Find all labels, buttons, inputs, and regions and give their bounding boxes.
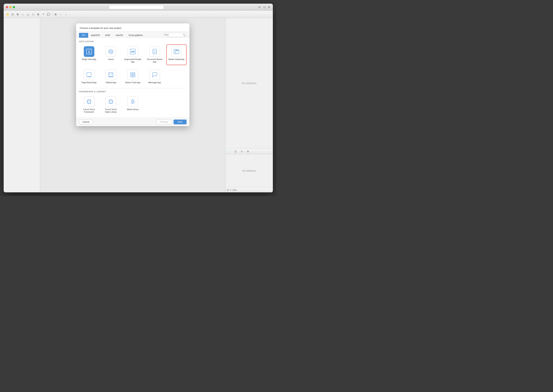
template-ar[interactable]: AR Augmented Reality App xyxy=(123,44,143,65)
dialog-body: Application 1 Single View App xyxy=(76,38,189,118)
file-icon[interactable]: 📄 xyxy=(227,149,231,154)
master-detail-icon xyxy=(171,46,182,57)
table-icon[interactable]: ⊞ xyxy=(36,12,40,16)
application-section-label: Application xyxy=(79,40,187,42)
template-grid-framework: Cocoa Touch Framework xyxy=(79,95,187,115)
tab-ios[interactable]: iOS xyxy=(79,33,88,38)
sticker-pack-label: Sticker Pack App xyxy=(125,81,140,84)
svg-rect-15 xyxy=(174,52,175,53)
traffic-lights xyxy=(6,6,15,8)
game-label: Game xyxy=(108,58,113,61)
svg-rect-14 xyxy=(174,51,175,52)
no-selection-text: No Selection xyxy=(225,18,273,148)
title-search-bar[interactable] xyxy=(109,5,164,9)
sidebar-toggle-icon[interactable]: ⊟ xyxy=(258,6,261,9)
svg-point-4 xyxy=(111,50,112,51)
close-button[interactable] xyxy=(6,6,8,8)
filter-icon: 🔍 xyxy=(183,34,185,36)
content-area: Choose a template for your new project: … xyxy=(4,18,273,192)
template-page-based[interactable]: Page-Based App xyxy=(79,68,99,85)
circle-icon[interactable]: ⊙ xyxy=(240,149,244,154)
template-grid-row2: Page-Based App • • xyxy=(79,68,187,85)
template-game[interactable]: Game xyxy=(101,44,121,65)
template-cocoa-framework[interactable]: Cocoa Touch Framework xyxy=(79,95,99,115)
template-imessage[interactable]: iMessage App xyxy=(145,68,165,85)
comment-icon[interactable]: 💬 xyxy=(46,12,50,16)
titlebar-right: ⊟ ◫ ⊞ xyxy=(258,6,271,9)
titlebar: ⊟ ◫ ⊞ xyxy=(4,4,273,11)
next-button[interactable]: Next xyxy=(174,119,187,124)
stop-icon[interactable]: ⊡ xyxy=(11,12,15,16)
search-icon[interactable]: ⌕ xyxy=(21,12,25,16)
svg-rect-12 xyxy=(176,50,178,51)
code-icon[interactable]: {} xyxy=(233,149,238,154)
tab-crossplatform[interactable]: Cross-platform xyxy=(126,33,146,38)
imessage-icon xyxy=(149,70,160,80)
columns-icon[interactable]: ⊟ xyxy=(246,149,250,154)
cocoa-framework-label: Cocoa Touch Framework xyxy=(80,108,98,113)
cocoa-static-icon xyxy=(105,96,116,107)
filter-circle-icon: ⊙ xyxy=(230,189,231,191)
tab-macos[interactable]: macOS xyxy=(113,33,126,38)
link-icon[interactable]: ⌖ xyxy=(41,12,45,16)
minimize-button[interactable] xyxy=(9,6,12,8)
maximize-button[interactable] xyxy=(13,6,15,8)
tabs-row: iOS watchOS tvOS macOS Cross-platform 🔍 xyxy=(76,31,189,38)
grid-icon[interactable]: ⊞ xyxy=(16,12,20,16)
svg-text:•: • xyxy=(112,76,112,77)
svg-rect-33 xyxy=(133,73,134,75)
framework-section-label: Framework & Library xyxy=(79,91,187,93)
svg-text:•: • xyxy=(111,76,111,77)
filter-wrapper: 🔍 xyxy=(163,33,187,37)
tab-watchos[interactable]: watchOS xyxy=(88,33,103,38)
svg-rect-9 xyxy=(153,49,157,54)
template-cocoa-static[interactable]: Cocoa Touch Static Library xyxy=(101,95,121,115)
svg-rect-35 xyxy=(133,75,134,76)
cocoa-static-label: Cocoa Touch Static Library xyxy=(102,108,119,113)
svg-rect-13 xyxy=(174,50,175,51)
dialog-header: Choose a template for your new project: xyxy=(76,23,189,31)
footer-right: Previous Next xyxy=(156,119,187,124)
ar-label: Augmented Reality App xyxy=(124,58,141,63)
right-panel-toolbar: 📄 {} ⊙ ⊟ xyxy=(225,148,273,154)
editor-icon[interactable]: ◫ xyxy=(263,6,266,9)
template-tabbed[interactable]: • • • ★ ★ ★ Tabbed App xyxy=(101,68,121,85)
metal-icon xyxy=(127,96,138,107)
template-master-detail[interactable]: Master-Detail App xyxy=(166,44,187,65)
svg-rect-31 xyxy=(131,73,135,77)
left-panel xyxy=(4,18,40,192)
imessage-label: iMessage App xyxy=(148,81,161,84)
ar-icon: AR xyxy=(127,46,138,57)
svg-point-18 xyxy=(89,76,89,77)
template-metal[interactable]: Metal Library xyxy=(123,95,143,115)
filter-grid-icon: ⊞ xyxy=(227,189,229,191)
metal-label: Metal Library xyxy=(127,108,139,111)
svg-text:★: ★ xyxy=(111,73,111,74)
warning-icon[interactable]: △ xyxy=(26,12,30,16)
dialog-title: Choose a template for your new project: xyxy=(80,27,186,29)
folder-icon[interactable]: 📁 xyxy=(6,12,9,16)
toolbar-separator xyxy=(52,13,52,16)
grid2-icon[interactable]: ⊞ xyxy=(54,12,58,16)
forward-icon[interactable]: › xyxy=(64,12,68,16)
previous-button[interactable]: Previous xyxy=(156,119,172,124)
cancel-button[interactable]: Cancel xyxy=(79,119,93,124)
svg-text:★: ★ xyxy=(109,73,110,74)
diamond-icon[interactable]: ◇ xyxy=(31,12,35,16)
tabbed-label: Tabbed App xyxy=(105,81,116,84)
right-panel: No Selection 📄 {} ⊙ ⊟ No Matches ⊞ ⊙ Fil… xyxy=(225,18,273,192)
svg-text:1: 1 xyxy=(88,50,90,54)
master-detail-label: Master-Detail App xyxy=(168,58,184,61)
tabbed-icon: • • • ★ ★ ★ xyxy=(105,70,116,80)
no-matches-text: No Matches xyxy=(225,154,273,187)
single-view-icon: 1 xyxy=(84,46,94,57)
template-document[interactable]: Document Based App xyxy=(145,44,165,65)
template-sticker-pack[interactable]: Sticker Pack App xyxy=(123,68,143,85)
back-icon[interactable]: ‹ xyxy=(59,12,63,16)
template-single-view[interactable]: 1 Single View App xyxy=(79,44,99,65)
titlebar-center xyxy=(15,5,258,9)
layout-icon[interactable]: ⊞ xyxy=(267,6,271,9)
tab-tvos[interactable]: tvOS xyxy=(103,33,113,38)
svg-rect-32 xyxy=(131,73,133,75)
svg-point-5 xyxy=(110,52,110,53)
